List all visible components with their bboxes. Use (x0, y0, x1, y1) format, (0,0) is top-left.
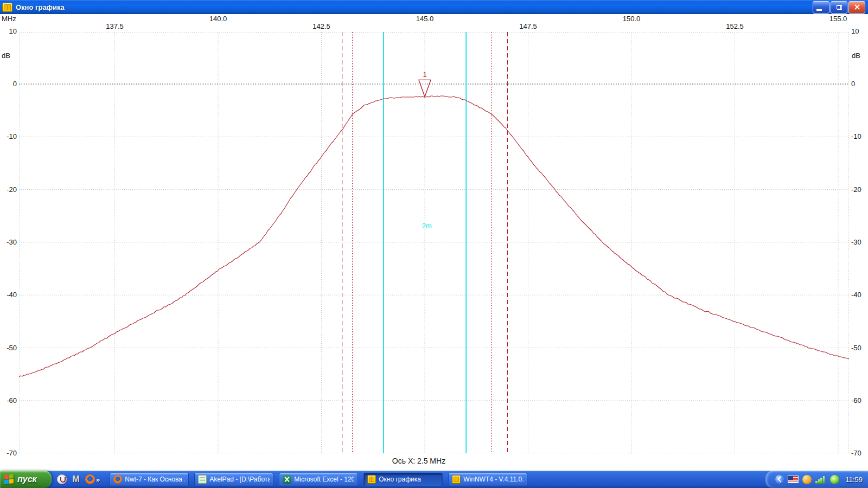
signal-bar (823, 476, 825, 484)
y-tick-label: -60 (1, 396, 17, 404)
x-axis-caption: Ось X: 2.5 MHz (337, 457, 500, 465)
winnwt-icon (452, 475, 461, 484)
window-title: Окно графика (16, 3, 65, 11)
taskbar-button-label: WinNWT4 - V.4.11.0... (463, 476, 524, 483)
tray-icons (788, 475, 839, 484)
taskbar-button[interactable]: WinNWT4 - V.4.11.0... (448, 473, 527, 486)
taskbar-button[interactable]: Nwt-7 - Как Основа ... (110, 473, 189, 486)
x-tick-label: 147.5 (512, 22, 545, 30)
taskbar-button-label: Окно графика (379, 476, 421, 483)
quick-launch-overflow-chevron-icon[interactable]: » (96, 476, 100, 484)
start-button[interactable]: пуск (0, 471, 52, 488)
y-tick-label: -20 (851, 185, 867, 194)
y-tick-label: -70 (1, 449, 17, 457)
signal-bar (820, 478, 822, 484)
y-tick-label: -20 (1, 185, 17, 194)
x-tick-label: 150.0 (615, 15, 648, 23)
update-ball-icon[interactable] (802, 475, 812, 484)
x-tick-label: 140.0 (202, 15, 234, 23)
signal-bar (815, 481, 818, 484)
plot-area: 2m 1 (19, 32, 849, 453)
x-tick-label: 155.0 (822, 15, 854, 23)
m-app-icon[interactable]: M (71, 474, 81, 484)
y-axis-unit-label-left: dB (2, 52, 10, 60)
start-button-label: пуск (17, 474, 37, 484)
minimize-button[interactable] (813, 1, 829, 14)
winnwt-icon (367, 475, 376, 484)
x-tick-label: 137.5 (99, 22, 131, 30)
utorrent-icon[interactable] (57, 474, 67, 484)
taskbar-button[interactable]: Microsoft Excel - 120... (279, 473, 358, 486)
y-tick-label: -50 (851, 344, 867, 352)
taskbar-button-label: Microsoft Excel - 120... (294, 476, 354, 483)
excel-icon (283, 475, 291, 484)
graph-window-client: MHz dB dB 137.5140.0142.5145.0147.5150.0… (0, 14, 868, 471)
x-tick-label: 145.0 (409, 15, 441, 23)
y-axis-unit-label-right: dB (852, 52, 860, 60)
quick-launch-bar: M (57, 474, 95, 484)
system-tray: 11:59 (765, 471, 868, 488)
desktop: { "window": { "title": "Окно графика" },… (0, 0, 868, 488)
y-tick-label: -30 (1, 238, 17, 246)
taskbar-button-label: Nwt-7 - Как Основа ... (125, 476, 185, 483)
tray-collapse-chevron-icon[interactable] (775, 475, 784, 484)
restore-icon (837, 5, 842, 9)
window-controls (813, 1, 868, 14)
taskbar-button-label: AkelPad - [D:\Работа... (209, 476, 270, 483)
firefox-icon (113, 475, 122, 484)
y-tick-label: -10 (851, 132, 867, 140)
windows-logo-icon (4, 474, 14, 485)
svg-text:1: 1 (423, 70, 426, 79)
antivirus-status-icon[interactable] (830, 475, 839, 484)
x-axis-unit-label: MHz (2, 15, 16, 23)
y-tick-label: -60 (851, 396, 867, 404)
taskbar-clock: 11:59 (845, 476, 863, 484)
winnwt-app-icon (2, 3, 12, 12)
keyboard-layout-flag-icon[interactable] (788, 476, 799, 483)
signal-bars-icon[interactable] (815, 475, 826, 484)
y-tick-label: -40 (1, 291, 17, 299)
y-tick-label: -70 (851, 449, 867, 457)
y-tick-label: -30 (851, 238, 867, 246)
notepad-icon (198, 475, 207, 484)
x-tick-label: 152.5 (719, 22, 751, 30)
y-tick-label: 0 (1, 80, 17, 88)
y-tick-label: 10 (1, 27, 17, 35)
y-tick-label: -50 (1, 344, 17, 352)
taskbar: пуск M » Nwt-7 - Как Основа ...AkelPad -… (0, 471, 868, 488)
y-tick-label: -40 (851, 291, 867, 299)
response-trace (19, 96, 849, 377)
taskbar-button[interactable]: AkelPad - [D:\Работа... (194, 473, 273, 486)
x-tick-label: 142.5 (305, 22, 338, 30)
close-icon (854, 4, 860, 10)
taskbar-button[interactable]: Окно графика (363, 473, 443, 486)
y-tick-label: -10 (1, 132, 17, 140)
y-tick-label: 0 (851, 80, 867, 88)
y-tick-label: 10 (851, 27, 867, 35)
minimize-icon (816, 9, 822, 11)
restore-button[interactable] (831, 1, 847, 14)
signal-bar (818, 479, 820, 484)
taskbar-buttons: Nwt-7 - Как Основа ...AkelPad - [D:\Рабо… (110, 473, 527, 486)
band-label: 2m (422, 222, 432, 230)
close-button[interactable] (848, 1, 865, 14)
window-titlebar[interactable]: Окно графика (0, 0, 868, 14)
firefox-icon[interactable] (85, 474, 95, 484)
